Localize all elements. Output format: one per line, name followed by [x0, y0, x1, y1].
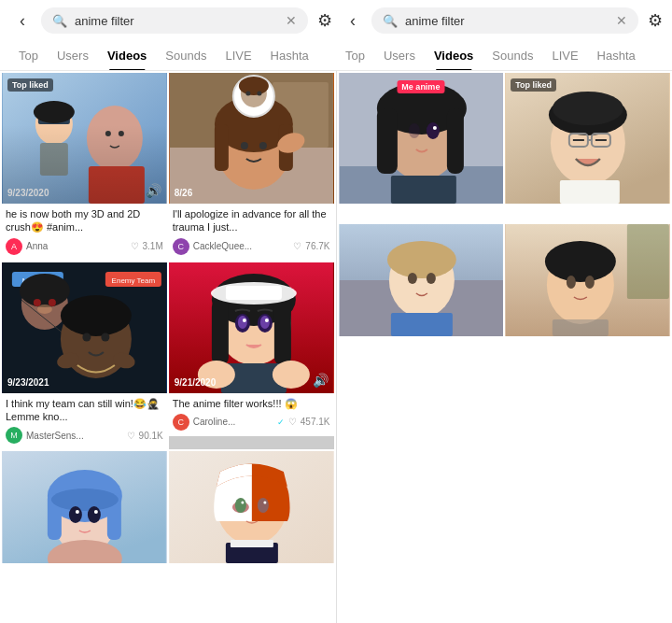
svg-rect-86 [446, 108, 463, 174]
video-card-6[interactable] [169, 451, 334, 582]
svg-point-51 [238, 316, 247, 329]
video-thumb-5 [2, 451, 167, 563]
likes-1: 3.1M [143, 241, 163, 251]
svg-rect-85 [376, 108, 397, 174]
date-4: 9/21/2020 [175, 377, 217, 388]
video-info-3: I think my team can still win!😂🥷 Lemme k… [2, 393, 167, 450]
right-tab-videos[interactable]: Videos [425, 41, 483, 70]
svg-point-77 [263, 502, 266, 504]
svg-point-59 [273, 361, 310, 389]
date-3: 9/23/2021 [7, 377, 49, 388]
svg-point-66 [69, 506, 82, 523]
heart-icon-4: ♡ [288, 417, 297, 427]
svg-point-23 [245, 92, 250, 96]
right-video-grid: Me anime [337, 71, 673, 357]
svg-point-52 [260, 316, 270, 329]
left-panel: Top liked 9/23/2020 🔊 he is now both my … [0, 71, 336, 623]
video-info-2: I'll apologize in advance for all the tr… [169, 204, 334, 261]
right-back-icon: ‹ [350, 11, 356, 31]
me-anime-badge: Me anime [397, 80, 444, 93]
right-tab-live[interactable]: LIVE [542, 41, 587, 70]
right-video-thumb-2: Top liked [505, 73, 670, 204]
video-meta-3: M MasterSens... ♡ 90.1K [6, 427, 163, 444]
right-filter-icon[interactable]: ⚙ [648, 10, 663, 31]
left-tab-users[interactable]: Users [48, 41, 98, 70]
svg-point-111 [545, 241, 616, 282]
video-meta-2: C CackleQuee... ♡ 76.7K [173, 238, 330, 255]
video-card-1[interactable]: Top liked 9/23/2020 🔊 he is now both my … [2, 73, 167, 261]
right-clear-icon[interactable]: ✕ [616, 13, 627, 28]
left-tab-hashtag[interactable]: Hashta [261, 41, 318, 70]
svg-point-4 [34, 101, 75, 123]
top-liked-badge-r2: Top liked [511, 78, 556, 92]
right-video-card-4[interactable] [505, 224, 670, 355]
right-video-info-2 [505, 204, 670, 222]
right-video-card-2[interactable]: Top liked [505, 73, 670, 222]
svg-point-35 [49, 299, 56, 306]
svg-point-104 [386, 241, 455, 278]
right-video-thumb-3 [339, 224, 504, 336]
right-video-info-3 [339, 336, 504, 355]
left-search-bar[interactable]: 🔍 ✕ [41, 7, 308, 34]
right-video-card-3[interactable] [339, 224, 504, 355]
right-search-icon: 🔍 [383, 14, 398, 28]
right-tab-top[interactable]: Top [336, 41, 374, 70]
likes-2: 76.7K [305, 241, 329, 251]
avatar-2: C [173, 238, 189, 255]
video-card-3[interactable]: My Team Enemy Team [2, 262, 167, 450]
right-video-thumb-1: Me anime [339, 73, 504, 204]
svg-point-68 [76, 510, 79, 514]
svg-point-87 [408, 123, 419, 138]
svg-point-113 [585, 276, 595, 289]
right-video-thumb-4 [505, 224, 670, 336]
left-tab-sounds[interactable]: Sounds [156, 41, 216, 70]
video-card-2[interactable]: 8/26 I'll apologize in advance for all t… [169, 73, 334, 261]
left-clear-icon[interactable]: ✕ [286, 13, 297, 28]
svg-point-41 [101, 333, 109, 341]
svg-point-75 [258, 498, 269, 513]
svg-rect-107 [390, 313, 452, 336]
svg-point-54 [265, 319, 269, 322]
left-tab-top[interactable]: Top [9, 41, 48, 70]
right-video-info-4 [505, 336, 670, 355]
svg-rect-109 [627, 224, 669, 299]
svg-rect-114 [553, 319, 609, 336]
right-search-section: ‹ 🔍 ✕ ⚙ [340, 7, 663, 34]
video-thumb-3: My Team Enemy Team [2, 262, 167, 393]
author-3: MasterSens... [26, 431, 123, 441]
right-tab-hashtag[interactable]: Hashta [588, 41, 645, 70]
video-card-5[interactable] [2, 451, 167, 582]
left-tabs: Top Users Videos Sounds LIVE Hashta [9, 41, 336, 70]
right-back-button[interactable]: ‹ [340, 7, 366, 34]
video-meta-4: C Caroline... ✓ ♡ 457.1K [173, 414, 330, 431]
author-2: CackleQuee... [193, 241, 290, 251]
svg-rect-16 [215, 124, 229, 171]
left-tab-videos[interactable]: Videos [98, 41, 156, 70]
svg-point-88 [426, 122, 439, 139]
left-back-button[interactable]: ‹ [9, 7, 35, 34]
left-search-input[interactable] [75, 14, 278, 28]
right-video-card-1[interactable]: Me anime [339, 73, 504, 222]
heart-icon-3: ♡ [127, 431, 135, 441]
svg-point-33 [20, 274, 70, 307]
tabs-container: Top Users Videos Sounds LIVE Hashta Top … [0, 41, 672, 71]
svg-rect-47 [212, 300, 229, 365]
right-tab-sounds[interactable]: Sounds [483, 41, 542, 70]
video-info-1: he is now both my 3D and 2D crush😍 #anim… [2, 204, 167, 261]
left-filter-icon[interactable]: ⚙ [317, 10, 332, 31]
svg-point-39 [61, 295, 132, 336]
left-tab-live[interactable]: LIVE [216, 41, 260, 70]
right-tab-users[interactable]: Users [374, 41, 425, 70]
right-search-bar[interactable]: 🔍 ✕ [371, 7, 638, 34]
likes-4: 457.1K [301, 417, 330, 427]
video-card-4[interactable]: 9/21/2020 🔊 The anime filter works!!! 😱 … [169, 262, 334, 450]
svg-point-40 [82, 333, 91, 341]
video-title-2: I'll apologize in advance for all the tr… [173, 207, 330, 234]
video-info-5 [2, 563, 167, 582]
top-bar: ‹ 🔍 ✕ ⚙ ‹ 🔍 ✕ ⚙ [0, 0, 672, 41]
avatar-3: M [6, 427, 22, 444]
heart-icon-1: ♡ [131, 241, 139, 251]
right-search-input[interactable] [405, 14, 609, 28]
video-thumb-4: 9/21/2020 🔊 [169, 262, 334, 393]
video-info-6 [169, 563, 334, 582]
